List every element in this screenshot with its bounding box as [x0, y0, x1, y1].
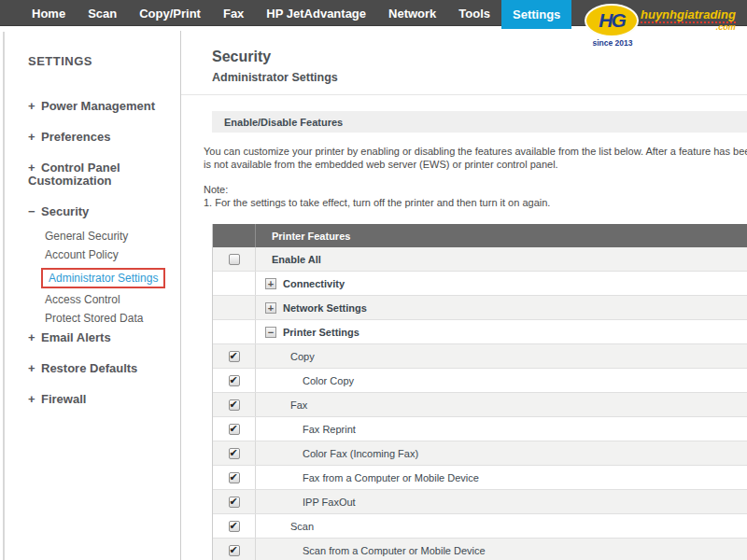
section-header: Enable/Disable Features	[212, 111, 747, 133]
nav-tab-settings[interactable]: Settings	[501, 0, 571, 29]
sidebar-item-restore-defaults[interactable]: +Restore Defaults	[28, 362, 179, 375]
feature-label: Color Fax (Incoming Fax)	[303, 448, 418, 459]
feature-cell: Color Fax (Incoming Fax)	[256, 441, 747, 465]
sidebar-item-account-policy[interactable]: Account Policy	[45, 249, 119, 260]
sidebar-item-firewall[interactable]: +Firewall	[28, 393, 179, 406]
checkbox-cell	[213, 441, 256, 465]
scan-from-a-computer-or-mobile-device-checkbox[interactable]	[229, 545, 240, 556]
sidebar-item-preferences[interactable]: +Preferences	[28, 131, 179, 144]
feature-cell: Enable All	[256, 247, 747, 271]
nav-tab-scan[interactable]: Scan	[77, 0, 128, 26]
sidebar-item-protect-stored-data[interactable]: Protect Stored Data	[45, 313, 143, 324]
collapse-icon[interactable]: −	[265, 327, 276, 338]
sidebar-item-label: Power Management	[41, 99, 155, 113]
table-row-copy: Copy	[213, 344, 747, 369]
header-divider	[181, 94, 747, 95]
expand-icon[interactable]: +	[265, 278, 276, 289]
page-title: Security	[212, 49, 747, 65]
sidebar-item-administrator-settings[interactable]: Administrator Settings	[41, 268, 165, 288]
expand-icon[interactable]: +	[28, 131, 37, 144]
feature-label: Network Settings	[283, 302, 367, 314]
sidebar-item-control-panel-customization[interactable]: +Control Panel Customization	[28, 161, 179, 188]
feature-label: Fax from a Computer or Mobile Device	[303, 472, 479, 483]
page-left-border	[3, 32, 5, 560]
sidebar-item-security[interactable]: −Security	[28, 205, 179, 218]
checkbox-cell	[213, 320, 256, 343]
table-header-label: Printer Features	[256, 231, 350, 242]
nav-tab-home[interactable]: Home	[21, 0, 77, 26]
brand-tagline: since 2013	[585, 38, 641, 48]
feature-cell: −Printer Settings	[256, 320, 747, 343]
checkbox-cell	[213, 417, 256, 441]
feature-label: Printer Settings	[283, 327, 359, 338]
feature-cell: Fax	[256, 393, 747, 416]
sidebar-item-label: Security	[41, 204, 89, 218]
note-text: Note: 1. For the settings to take effect…	[204, 183, 747, 209]
nav-tab-hp-jetadvantage[interactable]: HP JetAdvantage	[255, 0, 377, 26]
sidebar-title: SETTINGS	[28, 54, 179, 68]
expand-icon[interactable]: +	[28, 100, 37, 113]
expand-icon[interactable]: +	[28, 161, 37, 175]
nav-tab-fax[interactable]: Fax	[212, 0, 255, 26]
scan-checkbox[interactable]	[229, 521, 240, 532]
table-row-fax-reprint: Fax Reprint	[213, 417, 747, 441]
feature-label: Fax Reprint	[303, 424, 356, 435]
sidebar-item-access-control[interactable]: Access Control	[45, 294, 120, 305]
table-header-row: Printer Features	[213, 224, 747, 247]
collapse-icon[interactable]: −	[28, 205, 37, 218]
nav-tab-tools[interactable]: Tools	[447, 0, 501, 26]
feature-label: Scan	[290, 521, 314, 532]
feature-cell: +Connectivity	[256, 272, 747, 295]
brand-monogram: HG	[599, 9, 625, 32]
feature-label: Scan from a Computer or Mobile Device	[303, 545, 486, 556]
enable-all-checkbox[interactable]	[229, 254, 240, 265]
checkbox-cell	[213, 539, 256, 560]
checkbox-cell	[213, 393, 256, 416]
expand-icon[interactable]: +	[28, 362, 37, 375]
feature-label: Fax	[290, 399, 307, 411]
expand-icon[interactable]: +	[28, 393, 37, 406]
table-row-fax-from-a-computer-or-mobile-device: Fax from a Computer or Mobile Device	[213, 466, 747, 490]
table-row-fax: Fax	[213, 393, 747, 417]
printer-features-table: Printer Features Enable All+Connectivity…	[212, 224, 747, 560]
feature-cell: +Network Settings	[256, 296, 747, 319]
sidebar-item-email-alerts[interactable]: +Email Alerts	[28, 331, 179, 344]
table-row-ipp-faxout: IPP FaxOut	[213, 490, 747, 514]
nav-tab-copy-print[interactable]: Copy/Print	[128, 0, 212, 26]
main-content: Security Administrator Settings Enable/D…	[181, 26, 747, 560]
checkbox-cell	[213, 514, 256, 538]
sidebar-item-power-management[interactable]: +Power Management	[28, 100, 179, 113]
description-text: You can customize your printer by enabli…	[204, 145, 747, 171]
section-header-label: Enable/Disable Features	[224, 117, 343, 128]
fax-checkbox[interactable]	[229, 399, 240, 411]
expand-icon[interactable]: +	[265, 302, 276, 314]
table-row-scan: Scan	[213, 514, 747, 539]
table-row-color-fax-incoming-fax: Color Fax (Incoming Fax)	[213, 441, 747, 466]
color-fax-incoming-fax-checkbox[interactable]	[229, 448, 240, 459]
sidebar-item-general-security[interactable]: General Security	[45, 231, 128, 242]
copy-checkbox[interactable]	[229, 351, 240, 362]
sidebar-item-label: Restore Defaults	[41, 361, 137, 375]
feature-cell: IPP FaxOut	[256, 490, 747, 513]
feature-label: Color Copy	[303, 375, 354, 386]
feature-cell: Copy	[256, 344, 747, 368]
expand-icon[interactable]: +	[28, 331, 37, 344]
sidebar-subitems-security: General SecurityAccount PolicyAdministra…	[28, 231, 179, 324]
ipp-faxout-checkbox[interactable]	[229, 497, 240, 508]
sidebar-item-label: Email Alerts	[41, 330, 111, 344]
table-row-enable-all: Enable All	[213, 247, 747, 272]
sidebar-nav: +Power Management+Preferences+Control Pa…	[28, 100, 179, 406]
checkbox-cell	[213, 369, 256, 392]
color-copy-checkbox[interactable]	[229, 375, 240, 386]
nav-tab-network[interactable]: Network	[377, 0, 447, 26]
brand-watermark: HG huynhgiatrading .com since 2013	[585, 4, 741, 48]
table-row-network-settings: +Network Settings	[213, 296, 747, 320]
feature-cell: Scan	[256, 514, 747, 538]
fax-from-a-computer-or-mobile-device-checkbox[interactable]	[229, 472, 240, 483]
settings-sidebar: SETTINGS +Power Management+Preferences+C…	[6, 26, 179, 560]
checkbox-cell	[213, 296, 256, 319]
checkbox-cell	[213, 272, 256, 295]
fax-reprint-checkbox[interactable]	[229, 424, 240, 435]
note-item: 1. For the settings to take effect, turn…	[204, 197, 550, 208]
feature-label: Connectivity	[283, 278, 345, 289]
